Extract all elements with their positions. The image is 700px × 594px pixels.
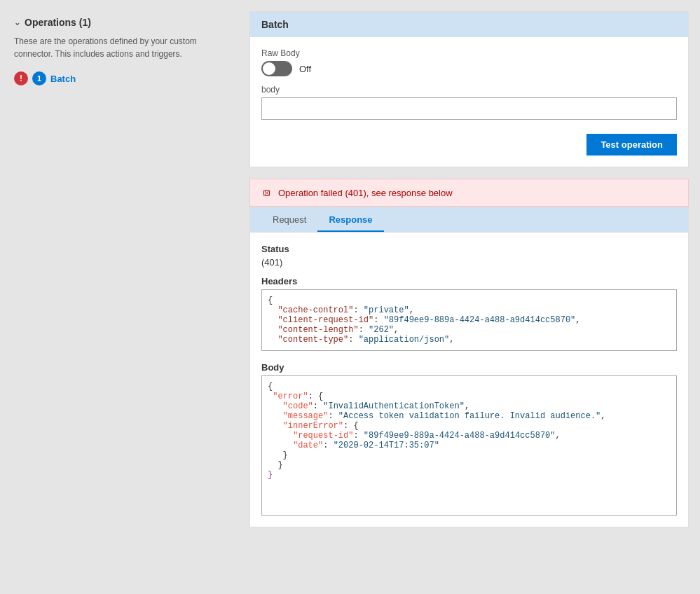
headers-content-type-key: "content-type" [268, 335, 348, 345]
body-request-id-key: "request-id" [293, 431, 353, 441]
headers-code-box[interactable]: { "cache-control": "private", "client-re… [261, 289, 677, 351]
sidebar: ⌄ Operations (1) These are the operation… [0, 0, 238, 594]
body-code-box[interactable]: { "error": { "code": "InvalidAuthenticat… [261, 375, 677, 516]
app-layout: ⌄ Operations (1) These are the operation… [0, 0, 700, 594]
tab-request[interactable]: Request [261, 207, 317, 232]
headers-content-length-key: "content-length" [268, 325, 359, 335]
body-open-brace: { [268, 382, 273, 392]
sidebar-description: These are the operations defined by your… [14, 35, 224, 60]
toggle-row: Off [261, 61, 677, 76]
tab-response[interactable]: Response [317, 207, 383, 232]
error-badge: ! [14, 71, 28, 85]
raw-body-label: Raw Body [261, 48, 677, 58]
headers-label: Headers [261, 276, 677, 286]
count-badge: 1 [32, 71, 46, 85]
main-panel: Batch Raw Body Off body Test operation ⦻… [238, 0, 700, 594]
batch-card-header: Batch [250, 12, 688, 37]
test-btn-row: Test operation [261, 134, 677, 156]
test-operation-button[interactable]: Test operation [586, 134, 677, 156]
toggle-off-label: Off [299, 64, 311, 74]
body-innererror-key: "innerError" [283, 421, 343, 431]
body-date-key: "date" [293, 441, 323, 450]
operations-title: ⌄ Operations (1) [14, 17, 224, 28]
body-message-key: "message" [283, 411, 329, 421]
status-value: (401) [261, 257, 677, 268]
headers-open-brace: { [268, 296, 273, 305]
batch-link[interactable]: Batch [50, 74, 76, 84]
chevron-down-icon[interactable]: ⌄ [14, 18, 20, 27]
batch-card: Batch Raw Body Off body Test operation [249, 11, 689, 167]
error-banner: ⦻ Operation failed (401), see response b… [249, 179, 689, 207]
status-label: Status [261, 244, 677, 254]
toggle-knob [263, 62, 275, 75]
error-circle-icon: ⦻ [261, 186, 273, 199]
body-label: body [261, 85, 677, 95]
headers-client-request-id-key: "client-request-id" [268, 315, 373, 325]
body-error-key: "error" [273, 392, 308, 401]
raw-body-toggle[interactable] [261, 61, 292, 76]
error-message: Operation failed (401), see response bel… [278, 188, 453, 198]
body-input[interactable] [261, 97, 677, 120]
body-code-key: "code" [283, 401, 313, 411]
response-card: Request Response Status (401) Headers { … [249, 207, 689, 527]
response-body: Status (401) Headers { "cache-control": … [250, 233, 688, 527]
sidebar-item-batch[interactable]: ! 1 Batch [14, 71, 224, 85]
headers-cache-control-key: "cache-control" [268, 305, 353, 315]
body-close-brace: } [268, 470, 273, 480]
batch-card-body: Raw Body Off body Test operation [250, 37, 688, 167]
tabs-header: Request Response [250, 207, 688, 233]
body-section-label: Body [261, 362, 677, 373]
